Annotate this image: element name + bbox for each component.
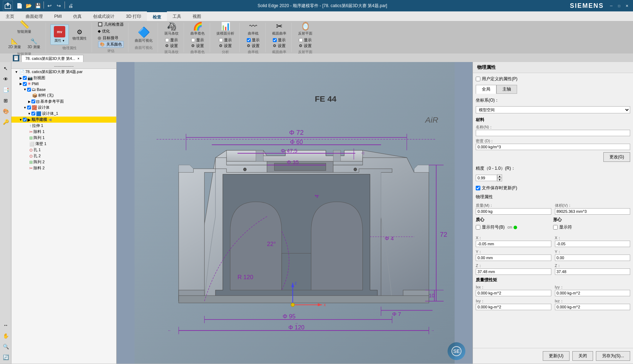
- reflect-show-checkbox[interactable]: [299, 38, 303, 42]
- tab-sim[interactable]: 仿真: [67, 11, 87, 21]
- key-icon[interactable]: 🔑: [1, 117, 11, 127]
- curvature-color-show-checkbox[interactable]: [191, 38, 195, 42]
- y-input[interactable]: [476, 255, 551, 261]
- save-as-btn[interactable]: 另存为(S)...: [596, 351, 630, 361]
- close-panel-btn[interactable]: 关闭: [572, 351, 593, 361]
- draft-show-checkbox[interactable]: [219, 38, 223, 42]
- form-x-input[interactable]: [555, 241, 631, 247]
- tab-main-axis[interactable]: 主轴: [496, 85, 517, 94]
- z-input[interactable]: [476, 268, 551, 275]
- doc-tab-close[interactable]: ×: [77, 57, 80, 61]
- tree-item-9[interactable]: ✂ 除料 1: [11, 129, 116, 135]
- tab-3dprint[interactable]: 3D 打印: [120, 11, 147, 21]
- draft-settings-btn[interactable]: ⚙设置: [218, 43, 233, 49]
- physical-props-btn2[interactable]: ⚙ 物埋属性: [70, 27, 89, 42]
- form-y-input[interactable]: [555, 255, 631, 261]
- precision-input[interactable]: [476, 175, 497, 181]
- tree-item-14[interactable]: ⊞ 阵列 2: [11, 159, 116, 165]
- zebra-show-checkbox[interactable]: [165, 38, 169, 42]
- curvature-color-settings-btn[interactable]: ⚙设置: [190, 43, 205, 49]
- tab-view[interactable]: 视图: [187, 11, 207, 21]
- print-btn[interactable]: 🖨: [66, 1, 75, 10]
- file-save-checkbox[interactable]: [476, 186, 480, 190]
- relation-color-btn[interactable]: 🎨 关系颜色: [98, 41, 124, 48]
- curvature-comb-show-checkbox[interactable]: [247, 38, 251, 42]
- form-display-checkbox[interactable]: [553, 225, 558, 230]
- close-btn[interactable]: ✕: [624, 2, 630, 9]
- tree-item-4[interactable]: ▶ ⊟ 基本参考平面: [11, 98, 116, 104]
- curvature-comb-btn[interactable]: 〰 曲率梳: [244, 20, 262, 37]
- tab-inspect[interactable]: 检查: [147, 11, 167, 21]
- item1-expand[interactable]: ▶: [19, 82, 23, 86]
- precision-down-btn[interactable]: ▼: [497, 178, 502, 181]
- new-btn[interactable]: 📄: [15, 1, 24, 10]
- viewport[interactable]: Φ 72 Φ 60 Φ 47,5 ◁ Φ 35 4 Φ 4 22°: [117, 62, 473, 364]
- item0-expand[interactable]: ▶: [19, 76, 23, 80]
- save-btn[interactable]: 💾: [34, 1, 42, 10]
- reflect-settings-btn[interactable]: ⚙设置: [297, 43, 313, 49]
- item4-expand[interactable]: ▶: [27, 100, 31, 103]
- cm-display-checkbox[interactable]: [476, 225, 480, 230]
- item4-check[interactable]: [31, 99, 35, 103]
- ixy-input[interactable]: [476, 304, 551, 310]
- x-input[interactable]: [476, 241, 551, 247]
- tree-item-10[interactable]: ⊞ 阵列 1: [11, 135, 116, 141]
- smart-measure-btn[interactable]: 📏 智能测量: [15, 19, 34, 36]
- update-btn[interactable]: 更新(U): [543, 351, 570, 361]
- physical-props-btn[interactable]: mv 属性 ▼: [50, 24, 69, 45]
- tree-item-11[interactable]: ⬜ 薄壁 1: [11, 141, 116, 147]
- iyy-input[interactable]: [555, 290, 631, 296]
- target-search-btn[interactable]: ◎ 目标搜寻: [96, 35, 125, 41]
- form-z-input[interactable]: [555, 268, 631, 275]
- open-btn[interactable]: 📂: [24, 1, 33, 10]
- tree-item-5[interactable]: ▼ 🧱 设计体: [11, 104, 116, 111]
- tree-item-6[interactable]: ▼ 🟦 设计体_1: [11, 111, 116, 117]
- maximize-btn[interactable]: □: [616, 2, 622, 9]
- mass-input[interactable]: [476, 208, 551, 215]
- item5-check[interactable]: [27, 106, 31, 109]
- tree-item-0[interactable]: ▶ 📷 剖视图: [11, 75, 116, 81]
- item2-check[interactable]: [27, 88, 31, 92]
- curvature-color-btn[interactable]: 🌈 曲率着色: [188, 20, 207, 37]
- style-icon[interactable]: 🎨: [1, 106, 11, 116]
- tree-item-13[interactable]: ⊙ 孔 2: [11, 153, 116, 159]
- tree-item-1[interactable]: ▶ ✳ PMI: [11, 81, 116, 87]
- tree-item-12[interactable]: ⊙ 孔 1: [11, 147, 116, 153]
- zebra-settings-btn[interactable]: ⚙设置: [164, 43, 179, 49]
- tree-item-7[interactable]: ▼ ▶ 顺序建模 ◀: [11, 117, 116, 123]
- measure-3d-btn[interactable]: 🔧 3D 测量: [25, 36, 43, 51]
- optimize-btn[interactable]: ◆ 优化: [96, 28, 125, 34]
- tree-item-2[interactable]: ▼ 🗂 Base: [11, 87, 116, 92]
- undo-btn[interactable]: ↩: [45, 1, 54, 10]
- tab-global[interactable]: 全局: [476, 85, 496, 94]
- change-btn[interactable]: 更改(G): [603, 152, 630, 162]
- item7-expand[interactable]: ▼: [19, 118, 23, 122]
- density-input[interactable]: [476, 144, 630, 150]
- section-curv-settings-btn[interactable]: ⚙设置: [271, 43, 287, 49]
- ixx-input[interactable]: [476, 290, 551, 296]
- section-curv-btn[interactable]: ✂ 截面曲率: [270, 20, 289, 37]
- coord-select[interactable]: 模型空间: [476, 106, 630, 113]
- draft-analysis-btn[interactable]: 📊 拔模面分析: [214, 20, 236, 37]
- root-expand[interactable]: ▼: [14, 70, 19, 74]
- tree-item-8[interactable]: ↑ 拉伸 1: [11, 123, 116, 129]
- doc-tab-active[interactable]: 78. catics第6届3D大赛 第4... ×: [21, 55, 83, 62]
- tab-pmi[interactable]: PMI: [49, 11, 67, 21]
- user-props-checkbox[interactable]: [476, 77, 480, 81]
- item2-expand[interactable]: ▼: [23, 88, 27, 91]
- item0-check[interactable]: [23, 76, 27, 80]
- item7-check[interactable]: [23, 118, 27, 122]
- item1-check[interactable]: [23, 82, 27, 86]
- tab-tools[interactable]: 工具: [167, 11, 187, 21]
- item6-expand[interactable]: ▼: [27, 112, 31, 116]
- redo-btn[interactable]: ↪: [55, 1, 63, 10]
- item5-expand[interactable]: ▼: [23, 106, 27, 109]
- tree-item-3[interactable]: 📦 材料 (无): [11, 92, 116, 98]
- select-icon[interactable]: ↖: [1, 63, 11, 73]
- pan-icon[interactable]: ✋: [1, 331, 11, 341]
- precision-up-btn[interactable]: ▲: [497, 174, 502, 178]
- reflect-btn[interactable]: 🪞 反射平面: [296, 20, 315, 37]
- item6-check[interactable]: [31, 112, 35, 116]
- surface-vis-btn[interactable]: 🔷 曲面可视化: [133, 25, 155, 45]
- zebra-btn[interactable]: 🦓 斑马条纹: [162, 20, 181, 37]
